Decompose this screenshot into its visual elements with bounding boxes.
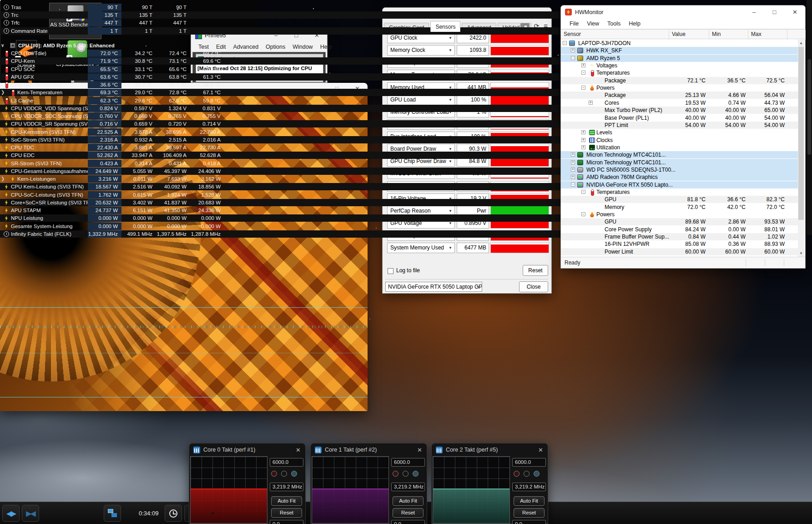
tree-expand-expand[interactable]: + xyxy=(581,63,585,67)
tree-row[interactable]: +Utilization xyxy=(561,144,798,151)
tree-expand-expand[interactable]: + xyxy=(581,130,585,134)
log-to-file-checkbox[interactable] xyxy=(388,268,393,274)
y-max-box[interactable]: 6000.0 xyxy=(270,458,303,467)
scroll-down-arrow[interactable]: ▼ xyxy=(798,250,804,257)
tree-expand-expand[interactable]: + xyxy=(571,160,575,164)
tree-row[interactable]: Core Power Supply84.24 W0.00 W88.01 W xyxy=(561,226,798,233)
maximize-button[interactable]: □ xyxy=(764,6,785,18)
reset-button[interactable]: Reset xyxy=(514,508,545,518)
tree-row[interactable]: -NVIDIA GeForce RTX 5050 Lapto... xyxy=(561,181,798,188)
tree-expand-collapse[interactable]: - xyxy=(571,56,575,60)
tree-row[interactable]: -LAPTOP-5JH7DOON xyxy=(561,40,798,47)
graph-mode-radios[interactable] xyxy=(514,471,540,477)
menu-item-file[interactable]: File xyxy=(565,20,583,27)
tree-row[interactable]: -Temperatures xyxy=(561,69,798,76)
hwmonitor-titlebar[interactable]: HWMonitor – □ ✕ xyxy=(561,5,805,19)
close-button[interactable]: ✕ xyxy=(785,6,805,18)
scrollbar-thumb[interactable] xyxy=(807,59,811,155)
clock-settings-button[interactable] xyxy=(165,505,182,522)
chevron-right-icon[interactable]: ❯ xyxy=(1,175,7,183)
auto-fit-button[interactable]: Auto Fit xyxy=(271,496,302,506)
radio-1[interactable] xyxy=(281,471,287,477)
tree-row[interactable]: -AMD Ryzen 5 xyxy=(561,55,798,62)
radio-2[interactable] xyxy=(413,471,419,477)
tree-row[interactable]: -Powers xyxy=(561,211,798,218)
tree-row[interactable]: Package25.13 W4.66 W56.04 W xyxy=(561,92,798,99)
tree-expand-collapse[interactable]: - xyxy=(581,212,585,216)
radio-0[interactable] xyxy=(514,471,519,477)
tree-row[interactable]: GPU89.68 W2.86 W93.53 W xyxy=(561,218,798,225)
tree-expand-expand[interactable]: + xyxy=(581,145,585,149)
radio-1[interactable] xyxy=(403,471,409,477)
tree-row[interactable]: +AMD Radeon 760M Graphics xyxy=(561,173,798,181)
current-clock-box[interactable]: 3,219.2 MHz xyxy=(512,483,546,491)
chevron-down-icon[interactable]: ∨ xyxy=(1,42,7,49)
tab-sensors[interactable]: Sensors xyxy=(430,21,460,32)
core-window-titlebar[interactable]: Core 0 Takt (perf #1)✕ xyxy=(189,443,305,456)
reset-button[interactable]: Reset xyxy=(393,508,424,518)
current-clock-box[interactable]: 3,219.2 MHz xyxy=(270,483,303,491)
tree-row[interactable]: Memory72.0 °C42.0 °C72.0 °C xyxy=(561,203,798,211)
tree-row[interactable]: 16-PIN 12VHPWR85.08 W0.36 W88.93 W xyxy=(561,240,798,248)
tree-expand-collapse[interactable]: - xyxy=(563,41,567,45)
history-back-button[interactable]: ◀▶ xyxy=(2,505,20,522)
close-icon[interactable]: ✕ xyxy=(538,447,543,453)
chevron-right-icon[interactable]: ❯ xyxy=(1,89,7,96)
tree-row[interactable]: +WD PC SN5000S SDEQNSJ-1T00... xyxy=(561,166,798,173)
radio-0[interactable] xyxy=(271,471,277,477)
reset-button[interactable]: Reset xyxy=(271,508,302,518)
tree-row[interactable]: Frame Buffer Power Sup...0.84 W0.44 W1.0… xyxy=(561,233,798,240)
reset-button[interactable]: Reset xyxy=(523,265,548,276)
core-window-titlebar[interactable]: Core 1 Takt (perf #2)✕ xyxy=(311,443,427,456)
menu-item-view[interactable]: View xyxy=(583,20,603,27)
tree-row[interactable]: +Clocks xyxy=(561,137,798,144)
tree-expand-expand[interactable]: + xyxy=(581,138,585,142)
graph-mode-radios[interactable] xyxy=(393,471,419,477)
y-max-box[interactable]: 6000.0 xyxy=(512,458,546,467)
tree-row[interactable]: +Micron Technology MTC4C101... xyxy=(561,159,798,166)
tree-expand-collapse[interactable]: - xyxy=(571,183,575,187)
tree-expand-expand[interactable]: + xyxy=(589,101,593,105)
tree-row[interactable]: +HWK RX_SKF xyxy=(561,47,798,54)
radio-2[interactable] xyxy=(534,471,540,477)
collapse-columns-button[interactable]: ▶◀ xyxy=(22,505,39,522)
close-icon[interactable]: ✕ xyxy=(417,447,422,453)
tree-expand-expand[interactable]: + xyxy=(571,153,575,157)
auto-fit-button[interactable]: Auto Fit xyxy=(514,496,545,506)
current-clock-box[interactable]: 3,219.2 MHz xyxy=(391,483,425,491)
remote-monitoring-button[interactable] xyxy=(104,505,121,522)
tree-row[interactable]: PPT Limit54.00 W54.00 W54.00 W xyxy=(561,122,798,129)
graph-mode-radios[interactable] xyxy=(271,471,297,477)
tree-row[interactable]: GPU81.8 °C36.6 °C82.3 °C xyxy=(561,196,798,203)
core-window-titlebar[interactable]: Core 2 Takt (perf #5)✕ xyxy=(432,443,548,456)
tree-row[interactable]: -Temperatures xyxy=(561,188,798,196)
hwmonitor-scrollbar[interactable]: ▲ ▼ xyxy=(798,40,804,257)
y-min-box[interactable]: 0.0 xyxy=(270,520,303,524)
gpu-selector-dropdown[interactable]: NVIDIA GeForce RTX 5050 Laptop GPL∨ xyxy=(385,282,482,292)
scrollbar-thumb[interactable] xyxy=(798,47,804,220)
scroll-up-arrow[interactable]: ▲ xyxy=(798,40,804,46)
column-header-sensor[interactable]: Sensor xyxy=(561,30,669,40)
tree-row[interactable]: Base Power (PL1)40.00 W40.00 W54.00 W xyxy=(561,114,798,122)
tree-expand-expand[interactable]: + xyxy=(571,175,575,179)
hwinfo-scrollbar[interactable] xyxy=(807,0,812,235)
tree-row[interactable]: +Voltages xyxy=(561,62,798,69)
radio-2[interactable] xyxy=(291,471,297,477)
radio-0[interactable] xyxy=(393,471,398,477)
tree-row[interactable]: Max Turbo Power (PL2)40.00 W40.00 W65.00… xyxy=(561,107,798,114)
tree-expand-collapse[interactable]: - xyxy=(581,71,585,75)
tree-row[interactable]: Package72.1 °C36.5 °C72.5 °C xyxy=(561,77,798,84)
minimize-button[interactable]: – xyxy=(744,6,764,18)
tree-row[interactable]: Power Limit60.00 W60.00 W60.00 W xyxy=(561,248,798,255)
tree-expand-collapse[interactable]: - xyxy=(581,86,585,90)
tree-row[interactable]: +Cores19.53 W0.74 W44.73 W xyxy=(561,99,798,107)
sensor-name-dropdown[interactable]: System Memory Used▼ xyxy=(387,243,455,253)
tree-expand-collapse[interactable]: - xyxy=(581,190,585,194)
close-app-button[interactable]: Close xyxy=(519,281,548,292)
tree-row[interactable]: +Levels xyxy=(561,129,798,136)
tree-expand-expand[interactable]: + xyxy=(571,168,575,172)
column-header-min[interactable]: Min xyxy=(709,30,748,40)
menu-item-tools[interactable]: Tools xyxy=(603,20,625,27)
column-header-value[interactable]: Value xyxy=(669,30,709,40)
auto-fit-button[interactable]: Auto Fit xyxy=(393,496,424,506)
